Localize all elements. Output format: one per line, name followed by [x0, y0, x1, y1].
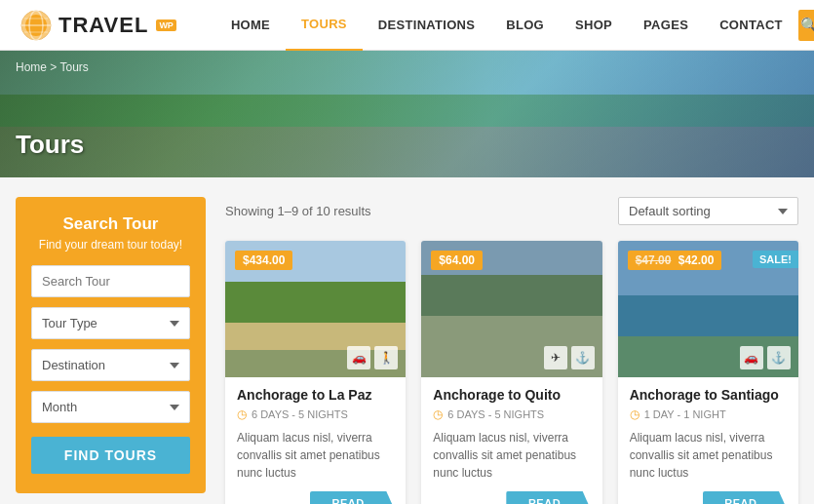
breadcrumb-separator: >: [50, 60, 59, 74]
tour-card: $64.00 ✈ ⚓ Anchorage to Quito ◷ 6 DAYS -…: [421, 241, 601, 504]
page-title: Tours: [16, 130, 84, 160]
card-image-area: $434.00 🚗 🚶: [225, 241, 406, 377]
hero-banner: Home > Tours Tours: [0, 51, 814, 177]
plane-icon: ✈: [544, 346, 567, 369]
card-description: Aliquam lacus nisl, viverra convallis si…: [433, 429, 590, 482]
person-icon: 🚶: [374, 346, 398, 369]
card-amenity-icons: ✈ ⚓: [544, 346, 595, 369]
card-description: Aliquam lacus nisl, viverra convallis si…: [630, 429, 787, 482]
card-description: Aliquam lacus nisl, viverra convallis si…: [237, 429, 394, 482]
nav-home[interactable]: HOME: [215, 0, 286, 50]
destination-select[interactable]: Destination Alaska Chile Ecuador: [31, 349, 190, 381]
nav-shop[interactable]: SHOP: [560, 0, 628, 50]
card-duration: ◷ 6 DAYS - 5 NIGHTS: [237, 407, 394, 421]
tour-type-select[interactable]: Tour Type Adventure Cultural Beach: [31, 307, 190, 339]
search-button[interactable]: 🔍: [798, 10, 814, 41]
main-content: Search Tour Find your dream tour today! …: [0, 177, 814, 504]
card-footer: ★ ★ ★ ★ ★ READ MORE: [630, 491, 787, 504]
card-body: Anchorage to Santiago ◷ 1 DAY - 1 NIGHT …: [618, 377, 798, 504]
card-image-area: $64.00 ✈ ⚓: [421, 241, 601, 377]
clock-icon: ◷: [237, 407, 247, 421]
card-amenity-icons: 🚗 ⚓: [740, 346, 791, 369]
card-footer: ★ ★ ★ ★ ★ READ MORE: [237, 491, 394, 504]
sidebar: Search Tour Find your dream tour today! …: [16, 197, 206, 504]
breadcrumb-current: Tours: [59, 60, 88, 74]
logo-label: TRAVEL: [58, 13, 148, 38]
main-nav: HOME TOURS DESTINATIONS BLOG SHOP PAGES …: [215, 0, 798, 52]
tour-card: $434.00 🚗 🚶 Anchorage to La Paz ◷ 6 DAYS…: [225, 241, 406, 504]
card-footer: ★ ★ ★ ★ ★ READ MORE: [433, 491, 590, 504]
read-more-button[interactable]: READ MORE: [703, 491, 787, 504]
nav-tours[interactable]: TOURS: [286, 0, 363, 52]
logo[interactable]: TRAVEL WP: [19, 9, 176, 42]
price-badge: $434.00: [235, 251, 292, 270]
current-price: $42.00: [678, 253, 715, 267]
nav-pages[interactable]: PAGES: [628, 0, 704, 50]
card-duration: ◷ 6 DAYS - 5 NIGHTS: [433, 407, 590, 421]
card-duration: ◷ 1 DAY - 1 NIGHT: [630, 407, 787, 421]
hero-overlay: [0, 51, 814, 177]
logo-globe-icon: [19, 9, 53, 42]
read-more-button[interactable]: READ MORE: [506, 491, 590, 504]
search-widget: Search Tour Find your dream tour today! …: [16, 197, 206, 493]
card-title: Anchorage to Santiago: [630, 387, 787, 403]
breadcrumb: Home > Tours: [16, 60, 89, 74]
logo-wp-badge: WP: [156, 19, 176, 31]
card-title: Anchorage to Quito: [433, 387, 590, 403]
nav-destinations[interactable]: DESTINATIONS: [363, 0, 490, 50]
search-input[interactable]: [31, 265, 190, 297]
nav-blog[interactable]: BLOG: [490, 0, 560, 50]
results-info: Showing 1–9 of 10 results Default sortin…: [225, 197, 798, 225]
search-icon: 🔍: [800, 17, 814, 34]
car-icon: 🚗: [347, 346, 370, 369]
clock-icon: ◷: [630, 407, 640, 421]
tour-cards-grid: $434.00 🚗 🚶 Anchorage to La Paz ◷ 6 DAYS…: [225, 241, 798, 504]
header: TRAVEL WP HOME TOURS DESTINATIONS BLOG S…: [0, 0, 814, 51]
old-price: $47.00: [636, 253, 672, 267]
card-body: Anchorage to La Paz ◷ 6 DAYS - 5 NIGHTS …: [225, 377, 406, 504]
card-amenity-icons: 🚗 🚶: [347, 346, 398, 369]
anchor-icon: ⚓: [571, 346, 595, 369]
anchor-icon: ⚓: [767, 346, 791, 369]
read-more-button[interactable]: READ MORE: [310, 491, 394, 504]
card-title: Anchorage to La Paz: [237, 387, 394, 403]
search-widget-subtitle: Find your dream tour today!: [31, 238, 190, 252]
card-body: Anchorage to Quito ◷ 6 DAYS - 5 NIGHTS A…: [421, 377, 601, 504]
car-icon: 🚗: [740, 346, 763, 369]
price-badge: $47.00 $42.00: [628, 251, 722, 270]
tours-content: Showing 1–9 of 10 results Default sortin…: [225, 197, 798, 504]
month-select[interactable]: Month January February March: [31, 391, 190, 423]
nav-contact[interactable]: CONTACT: [704, 0, 798, 50]
results-count: Showing 1–9 of 10 results: [225, 204, 371, 218]
sort-select[interactable]: Default sorting Sort by popularity Sort …: [618, 197, 798, 225]
sale-badge: SALE!: [753, 251, 798, 268]
find-tours-button[interactable]: FIND TOURS: [31, 437, 190, 474]
search-widget-title: Search Tour: [31, 214, 190, 234]
card-image-area: $47.00 $42.00 SALE! 🚗 ⚓: [618, 241, 798, 377]
clock-icon: ◷: [433, 407, 443, 421]
breadcrumb-home[interactable]: Home: [16, 60, 47, 74]
price-badge: $64.00: [431, 251, 483, 270]
tour-card: $47.00 $42.00 SALE! 🚗 ⚓ Anchorage to San…: [618, 241, 798, 504]
